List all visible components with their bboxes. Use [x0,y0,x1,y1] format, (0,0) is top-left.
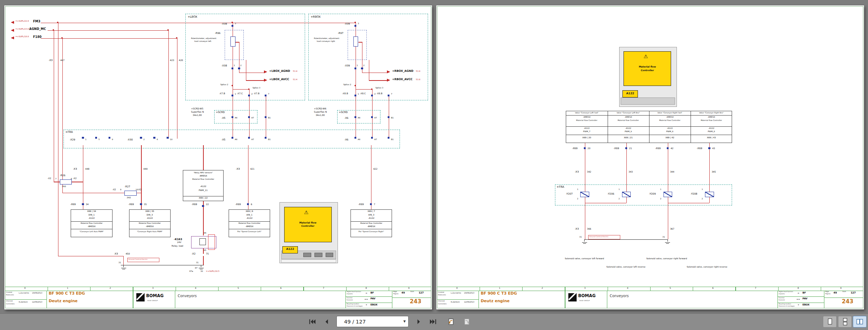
schematic-label: -X69 [697,147,702,150]
wire [369,80,387,81]
schematic-label: -A122 [129,217,171,220]
wire [608,287,608,291]
schematic-label: Ground Central Electric [589,236,609,238]
schematic-label: -X5 [221,139,225,141]
wire [585,197,585,239]
connector-pin [232,116,234,118]
wire [123,265,124,267]
schematic-label: 7 [755,287,756,289]
schematic-label: Material flow Controller [608,120,649,121]
splice-dot [232,85,233,86]
schematic-label: A6 [235,139,237,141]
schematic-label: +SCRD [216,111,225,114]
schematic-label: 2 [363,65,365,67]
schematic-label: 22 [206,203,209,205]
schematic-label: 9 [408,287,410,289]
schematic-label: -A122 [691,127,732,130]
schematic-label: == [796,298,800,300]
wire [137,193,141,193]
signal-arrow-left [11,21,14,24]
connector-pin [265,137,267,139]
schematic-label: =+SUPL/22.8 [16,20,29,22]
continuous-view-button[interactable] [838,316,852,327]
single-page-view-button[interactable] [823,316,837,327]
potentiometer-r96 [230,36,235,47]
last-page-icon [429,318,437,326]
schematic-label: +LBOX_AVCC [269,78,289,81]
schematic-label: Function [347,297,352,299]
schematic-label: 2 [374,93,375,95]
connector-pin [202,205,204,207]
valve-y208 [705,192,714,197]
bomag-logo-text: BOMAG [146,294,163,298]
schematic-label: AIN_1 [229,214,270,216]
schematic-label: X69 | 35 [129,210,171,213]
schematic-label: Potentiometer, adjustment [314,38,339,39]
schematic-label: 7 [391,93,392,95]
schematic-label: Splice 2 [343,84,351,86]
schematic-label: 1 [85,139,87,141]
schematic-label: -K163 [174,238,182,240]
prev-page-button[interactable] [320,316,333,327]
last-page-button[interactable] [427,316,440,327]
schematic-label: X69 | 34 [71,210,112,213]
connector-pin [82,203,84,205]
schematic-label: -X8.B [376,92,382,95]
wire [437,299,479,300]
bomag-logo-text: BOMAG [578,294,595,298]
connector-pin [265,95,267,96]
connector-pin [232,25,234,27]
wire [248,145,248,209]
schematic-label: -X3 [236,168,240,170]
schematic-label: 1 [235,93,236,95]
schematic-label: 53.4 [293,70,297,73]
connector-pin [82,137,84,139]
schematic-label: Function [779,297,784,299]
schematic-label: 7 [374,203,375,205]
wire [824,291,824,308]
first-page-button[interactable] [306,316,319,327]
wire [141,145,141,209]
page-dropdown-caret[interactable]: ▾ [403,318,406,324]
schematic-label: -X3 [575,228,579,230]
schematic-label: 5 [238,287,239,289]
schematic-label: 1 [577,188,578,190]
schematic-label: A7 [251,139,254,141]
previous-view-button[interactable] [444,316,457,327]
schematic-label: X69 | 22 [183,197,224,199]
wire [362,42,362,70]
schematic-label: Pot "Speed Conveyor Right" [351,231,392,233]
schematic-label: 42 [671,147,674,149]
schematic-label: = [365,292,367,294]
connector-pin [248,137,250,139]
schematic-label: Posizione di montaggio [779,305,794,307]
schematic-label: -A122 [566,127,607,130]
schematic-label: 344 [670,171,674,173]
schematic-label: +RBOX [310,16,321,18]
wire [133,291,133,308]
wire [72,182,83,182]
wire [183,196,224,196]
page-number-input[interactable] [337,316,395,327]
schematic-label: -A122 [608,127,649,130]
two-page-view-button[interactable] [853,316,867,327]
schematic-label: 9 [120,189,121,191]
schematic-label: 2 [660,198,661,200]
next-view-button[interactable] [460,316,473,327]
schematic-label: 2 [702,198,703,200]
wire [122,269,125,269]
schematic-label: -Y208 [691,193,697,195]
wire [369,60,369,81]
wire [54,182,60,182]
schematic-label: X69 | 6 [229,210,270,213]
pdf-page-right: ⚠Material flowControllerA122Valve "Conve… [436,5,864,309]
schematic-label: -X5 [221,117,225,120]
wire [566,126,732,127]
schematic-label: 53.4 [293,79,297,81]
wire [201,265,201,267]
schematic-label: Checked [438,300,445,302]
next-page-button[interactable] [412,316,425,327]
schematic-label: X69 | 43 [691,137,732,139]
wire [261,287,261,291]
wire [362,73,387,73]
